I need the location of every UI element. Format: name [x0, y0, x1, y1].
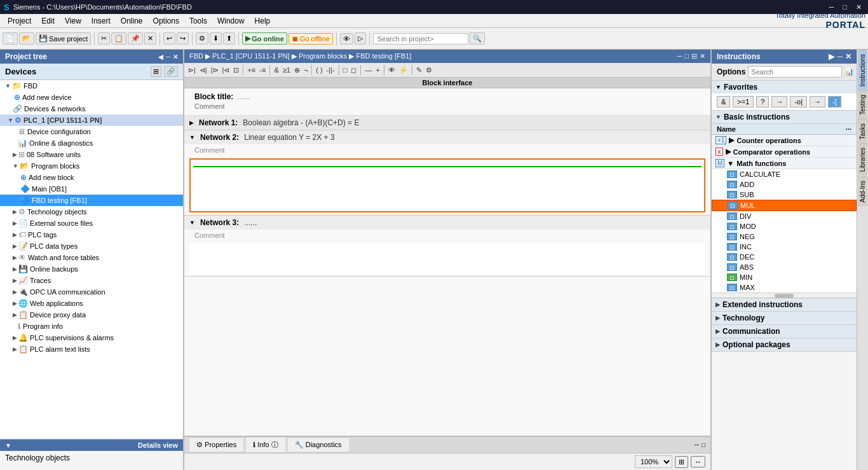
fbd-monitor[interactable]: 👁	[387, 66, 397, 74]
basic-instructions-header[interactable]: ▼ Basic instructions	[712, 111, 857, 124]
fbd-empty-box[interactable]: ◻	[349, 66, 358, 75]
tree-item-device-proxy[interactable]: ▶ 📋 Device proxy data	[0, 309, 183, 321]
tree-item-traces[interactable]: ▶ 📈 Traces	[0, 275, 183, 286]
inst-div[interactable]: ⊡ DIV	[712, 211, 857, 221]
inst-mul[interactable]: ⊡ MUL	[712, 200, 857, 211]
copy-btn[interactable]: 📋	[111, 32, 126, 45]
fbd-coil[interactable]: ( )	[315, 66, 323, 74]
fav-or[interactable]: >=1	[733, 96, 754, 107]
new-btn[interactable]: 📄	[3, 32, 18, 45]
bottom-minimize[interactable]: ─	[695, 441, 699, 448]
tree-item-plc-data-types[interactable]: ▶ 📝 PLC data types	[0, 240, 183, 252]
fav-coil[interactable]: -o|	[790, 96, 807, 107]
search-btn[interactable]: 🔍	[470, 32, 485, 45]
network-1-collapse[interactable]: ▶	[189, 120, 194, 126]
close-btn[interactable]: ✕	[853, 3, 864, 11]
minimize-btn[interactable]: ─	[827, 3, 837, 11]
fav-xor[interactable]: ?	[756, 96, 769, 107]
favorites-header[interactable]: ▼ Favorites	[712, 81, 857, 93]
libraries-tab[interactable]: Libraries	[858, 143, 867, 176]
tree-item-program-info[interactable]: ℹ Program info	[0, 321, 183, 332]
menu-help[interactable]: Help	[250, 15, 276, 27]
center-float-btn[interactable]: □	[684, 52, 689, 60]
fav-arrow[interactable]: →	[771, 96, 787, 107]
fbd-btn-1[interactable]: ⊳|	[187, 66, 197, 75]
tree-item-plc-supervisions[interactable]: ▶ 🔔 PLC supervisions & alarms	[0, 332, 183, 343]
network-3-header[interactable]: ▼ Network 3: ......	[184, 216, 710, 230]
tree-item-fbd-testing[interactable]: 🔷 FBD testing [FB1]	[0, 195, 183, 206]
instructions-search[interactable]	[748, 66, 842, 78]
panel-pin-btn[interactable]: ◀	[158, 53, 163, 60]
inst-close-btn[interactable]: ✕	[845, 52, 851, 61]
start-simulation-btn[interactable]: ▷	[355, 32, 366, 45]
inst-max[interactable]: ⊡ MAX	[712, 282, 857, 293]
open-btn[interactable]: 📂	[19, 32, 34, 45]
menu-window[interactable]: Window	[212, 15, 250, 27]
inst-calculate[interactable]: ⊡ CALCULATE	[712, 169, 857, 179]
fbd-btn-5[interactable]: ⊡	[232, 66, 240, 75]
fbd-or[interactable]: ≥1	[281, 66, 292, 74]
tree-item-opc-ua[interactable]: ▶ 🔌 OPC UA communication	[0, 286, 183, 298]
zoom-select[interactable]: 100% 75% 150%	[635, 455, 672, 468]
inst-pin-btn[interactable]: ▶	[829, 52, 834, 61]
testing-tab[interactable]: Testing	[858, 90, 867, 119]
fbd-contact[interactable]: -||-	[325, 66, 336, 74]
tree-item-main-ob1[interactable]: 🔷 Main [OB1]	[0, 183, 183, 195]
tree-item-software-units[interactable]: ▶ ⊞ 08 Software units	[0, 149, 183, 160]
network-1-header[interactable]: ▶ Network 1: Boolean algebra - (A+B)(C+D…	[184, 116, 710, 130]
zoom-scroll-btn[interactable]: ↔	[691, 456, 705, 467]
instructions-tab[interactable]: Instructions	[858, 50, 867, 90]
tree-item-alarm-texts[interactable]: ▶ 📋 PLC alarm text lists	[0, 343, 183, 355]
compile-btn[interactable]: ⚙	[196, 32, 208, 45]
maximize-btn[interactable]: □	[840, 3, 850, 11]
inst-mod[interactable]: ⊡ MOD	[712, 221, 857, 232]
menu-online[interactable]: Online	[116, 15, 148, 27]
tree-item-ext-sources[interactable]: ▶ 📄 External source files	[0, 218, 183, 229]
link-btn[interactable]: 🔗	[164, 66, 178, 77]
fbd-xor[interactable]: ⊕	[293, 66, 301, 75]
center-min-btn[interactable]: ─	[677, 52, 682, 60]
network-2-collapse[interactable]: ▼	[189, 134, 195, 141]
fbd-neg[interactable]: ¬	[302, 66, 309, 74]
network-3-canvas[interactable]	[189, 243, 705, 275]
cut-btn[interactable]: ✂	[98, 32, 110, 45]
inst-add[interactable]: ⊡ ADD	[712, 179, 857, 190]
counter-ops-header[interactable]: +1 ▶ Counter operations	[712, 135, 857, 146]
delete-btn[interactable]: ✕	[144, 32, 156, 45]
bottom-float[interactable]: □	[702, 441, 705, 448]
tree-item-online-backups[interactable]: ▶ 💾 Online backups	[0, 263, 183, 275]
tree-item-plc-tags[interactable]: ▶ 🏷 PLC tags	[0, 229, 183, 240]
fbd-btn-3[interactable]: |⊳	[210, 66, 220, 75]
fbd-comment[interactable]: ✎	[415, 66, 423, 75]
technology-header[interactable]: ▶ Technology	[712, 312, 857, 325]
inst-neg[interactable]: ⊡ NEG	[712, 232, 857, 242]
tree-item-program-blocks[interactable]: ▼ 📂 Program blocks	[0, 160, 183, 172]
tree-item-add-new-block[interactable]: ⊕ Add new block	[0, 172, 183, 183]
chart-view-btn[interactable]: 📊	[844, 67, 854, 76]
menu-insert[interactable]: Insert	[86, 15, 116, 27]
properties-tab[interactable]: ⚙ Properties	[189, 438, 243, 452]
save-btn[interactable]: 💾 Save project	[36, 32, 91, 45]
math-functions-header[interactable]: M ▼ Math functions	[712, 158, 857, 169]
zoom-fit-btn[interactable]: ⊞	[675, 456, 688, 468]
horiz-scrollbar[interactable]	[712, 293, 857, 298]
fbd-wire[interactable]: —	[363, 66, 373, 74]
upload-btn[interactable]: ⬆	[223, 32, 235, 45]
center-close-btn[interactable]: ✕	[700, 52, 705, 60]
diagnostics-tab[interactable]: 🔧 Diagnostics	[288, 438, 349, 452]
fbd-add-network[interactable]: +≡	[246, 66, 257, 74]
menu-options[interactable]: Options	[148, 15, 184, 27]
menu-tools[interactable]: Tools	[184, 15, 212, 27]
add-ins-tab[interactable]: Add-Ins	[858, 176, 867, 206]
create-folder-btn[interactable]: ⊞	[151, 66, 161, 77]
network-2-header[interactable]: ▼ Network 2: Linear equation Y = 2X + 3	[184, 130, 710, 144]
inst-abs[interactable]: ⊡ ABS	[712, 262, 857, 272]
monitor-btn[interactable]: 👁	[340, 33, 353, 45]
go-online-btn[interactable]: ▶ Go online	[242, 32, 287, 45]
tree-item-plc1[interactable]: ▼ ⚙ PLC_1 [CPU 1511-1 PN]	[0, 114, 183, 126]
inst-dec[interactable]: ⊡ DEC	[712, 252, 857, 262]
fbd-delete-network[interactable]: -≡	[258, 66, 267, 74]
go-offline-btn[interactable]: ⏹ Go offline	[288, 33, 333, 45]
fbd-btn-4[interactable]: |⊲	[221, 66, 231, 75]
paste-btn[interactable]: 📌	[128, 32, 143, 45]
